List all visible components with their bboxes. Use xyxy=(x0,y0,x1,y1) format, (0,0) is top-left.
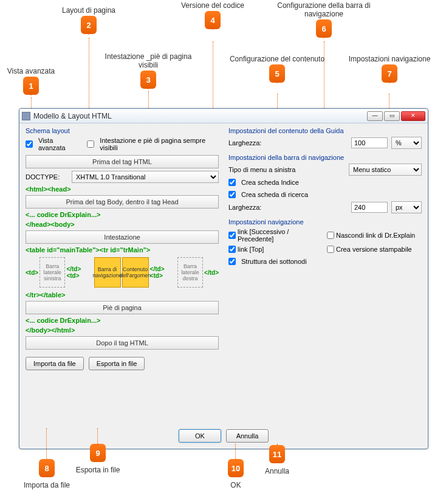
vista-avanzata-label: Vista avanzata xyxy=(38,137,80,151)
viz-content[interactable]: Contenuto dell'argomen xyxy=(122,257,149,288)
link-top-label: link [Top] xyxy=(238,246,264,253)
viz-tag: </td><td> xyxy=(66,266,92,279)
callout-balloon-9: 9 xyxy=(90,444,106,462)
callout-balloon-1: 1 xyxy=(23,77,39,95)
callout-label: Annulla xyxy=(259,467,295,475)
intestazione-visibile-checkbox[interactable] xyxy=(87,140,94,148)
callout-balloon-7: 7 xyxy=(382,64,397,83)
versione-stampabile-label: Crea versione stampabile xyxy=(336,246,412,253)
callout-label: Layout di pagina xyxy=(52,6,125,15)
viz-tag: <td> xyxy=(26,269,38,276)
callout-label: Esporta in file xyxy=(70,466,125,474)
doctype-select[interactable]: XHTML 1.0 Transitional xyxy=(72,171,219,183)
esporta-in-file-button[interactable]: Esporta in file xyxy=(89,357,145,370)
larghezza-nav-input[interactable] xyxy=(351,202,388,213)
menu-type-label: Tipo di menu a sinistra xyxy=(228,166,345,173)
link-top-checkbox[interactable] xyxy=(228,246,236,253)
layout-schema-panel: Schema layout Vista avanzata Intestazion… xyxy=(26,127,219,423)
callout-label: Versione del codice xyxy=(170,1,255,10)
pie-pagina-button[interactable]: Piè di pagina xyxy=(26,301,219,314)
menu-type-select[interactable]: Menu statico xyxy=(349,164,422,176)
callout-balloon-5: 5 xyxy=(269,64,285,83)
settings-panel: Impostazioni del contenuto della Guida L… xyxy=(228,127,422,423)
callout-balloon-2: 2 xyxy=(81,16,97,34)
larghezza-content-input[interactable] xyxy=(351,137,388,148)
callout-balloon-4: 4 xyxy=(205,11,221,29)
struttura-sottonodi-checkbox[interactable] xyxy=(228,258,236,265)
doctype-label: DOCTYPE: xyxy=(26,173,68,181)
nascondi-drexplain-label: Nascondi link di Dr.Explain xyxy=(336,232,415,239)
larghezza-content-unit[interactable]: % xyxy=(391,137,422,149)
larghezza-label: Larghezza: xyxy=(228,139,348,147)
nascondi-drexplain-checkbox[interactable] xyxy=(327,232,334,239)
crea-indice-label: Crea scheda Indice xyxy=(241,179,299,186)
viz-nav-bar[interactable]: Barra di navigazione xyxy=(94,257,121,288)
prima-body-button[interactable]: Prima del tag Body, dentro il tag Head xyxy=(26,195,219,209)
callout-label: Importa da file xyxy=(19,481,74,489)
callout-label: OK xyxy=(222,481,249,489)
code-text: </tr></table> xyxy=(26,291,219,299)
viz-right-sidebar[interactable]: Barra laterale destra xyxy=(177,257,203,288)
callout-balloon-11: 11 xyxy=(269,445,285,463)
ok-button[interactable]: OK xyxy=(179,429,221,443)
versione-stampabile-checkbox[interactable] xyxy=(327,246,334,253)
viz-tag: </td> xyxy=(204,269,219,276)
titlebar[interactable]: Modello & Layout HTML — ▭ ✕ xyxy=(19,109,428,123)
prima-tag-html-button[interactable]: Prima del tag HTML xyxy=(26,155,219,168)
callout-balloon-3: 3 xyxy=(140,71,156,89)
callout-label: Configurazione del contenuto xyxy=(228,55,326,63)
intestazione-button[interactable]: Intestazione xyxy=(26,230,219,244)
crea-ricerca-label: Crea scheda di ricerca xyxy=(241,191,308,198)
navbar-settings-heading: Impostazioni della barra di navigazione xyxy=(228,154,422,161)
layout-visualization: <td> Barra laterale sinistra </td><td> B… xyxy=(26,257,219,288)
minimize-button[interactable]: — xyxy=(367,111,383,121)
code-text: </head><body> xyxy=(26,221,219,228)
maximize-button[interactable]: ▭ xyxy=(384,111,400,121)
callout-balloon-8: 8 xyxy=(39,459,55,477)
dialog-window: Modello & Layout HTML — ▭ ✕ Schema layou… xyxy=(19,108,428,449)
code-text: <... codice DrExplain...> xyxy=(26,211,219,218)
vista-avanzata-checkbox[interactable] xyxy=(26,140,33,148)
viz-tag: </td><td> xyxy=(150,266,176,279)
importa-da-file-button[interactable]: Importa da file xyxy=(26,357,84,370)
callout-label: Intestazione _piè di pagina visibili xyxy=(100,52,197,69)
window-icon xyxy=(22,112,30,120)
annulla-button[interactable]: Annulla xyxy=(226,429,269,443)
content-settings-heading: Impostazioni del contenuto della Guida xyxy=(228,127,422,134)
code-text: <html><head> xyxy=(26,185,219,193)
schema-layout-heading: Schema layout xyxy=(26,127,219,134)
callout-label: Configurazione della barra di navigazion… xyxy=(269,1,379,18)
callout-balloon-10: 10 xyxy=(228,459,244,477)
crea-indice-checkbox[interactable] xyxy=(228,179,236,186)
nav-settings-heading: Impostazioni navigazione xyxy=(228,218,422,226)
viz-left-sidebar[interactable]: Barra laterale sinistra xyxy=(39,257,65,288)
window-title: Modello & Layout HTML xyxy=(33,112,367,120)
code-text: <... codice DrExplain...> xyxy=(26,317,219,324)
callout-label: Impostazioni navigazione xyxy=(344,55,435,63)
code-text: <table id="mainTable"><tr id="trMain"> xyxy=(26,246,219,254)
larghezza-nav-label: Larghezza: xyxy=(228,204,348,211)
code-text: </body></html> xyxy=(26,326,219,334)
callout-balloon-6: 6 xyxy=(316,19,332,38)
crea-ricerca-checkbox[interactable] xyxy=(228,191,236,198)
larghezza-nav-unit[interactable]: px xyxy=(391,201,422,213)
dopo-tag-html-button[interactable]: Dopo il tag HTML xyxy=(26,336,219,350)
close-button[interactable]: ✕ xyxy=(401,111,425,121)
callout-label: Vista avanzata xyxy=(4,67,58,75)
link-prev-next-checkbox[interactable] xyxy=(228,232,236,239)
struttura-sottonodi-label: Struttura dei sottonodi xyxy=(241,258,307,265)
intestazione-visibile-label: Intestazione e piè di pagina sempre visi… xyxy=(100,137,219,151)
link-prev-next-label: link [Successivo / Precedente] xyxy=(238,228,323,243)
